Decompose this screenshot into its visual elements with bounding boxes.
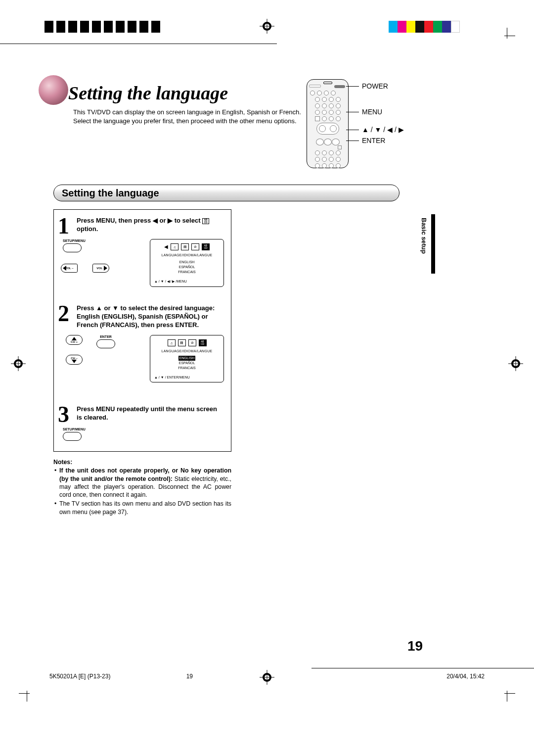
button-label: SETUP/MENU (63, 239, 86, 242)
registration-bw-squares (44, 21, 163, 33)
crop-mark (501, 688, 515, 702)
step-3: 3 Press MENU repeatedly until the menu s… (61, 405, 224, 445)
osd-option: FRANCAIS (178, 366, 195, 370)
osd-tab-icon: ▤ (181, 243, 189, 250)
side-tab-marker (431, 214, 435, 274)
osd-tab-icon: ♫ (168, 339, 176, 346)
step-1: 1 Press MENU, then press ◀ or ▶ to selec… (61, 217, 224, 293)
section-title: Setting the language (62, 188, 159, 199)
button-label: ENTER (96, 335, 115, 338)
footer-mid: 19 (186, 673, 193, 680)
registration-mark-right (508, 356, 523, 373)
note-item: The TV section has its own menu and also… (53, 500, 231, 516)
osd-tab-icon-selected: ABCD (199, 339, 207, 346)
footer-right: 20/4/04, 15:42 (446, 673, 485, 680)
rule (312, 668, 534, 668)
osd-screen: ◀ ♫ ▤ ⊘ ABCD LANGUAGE/IDIOMA/LANGUE ENGL… (150, 239, 224, 286)
step-text: Press MENU repeatedly until the menu scr… (77, 405, 224, 422)
ch-up-icon: CH + (66, 335, 83, 345)
rule (0, 44, 277, 44)
osd-option: FRANCAIS (178, 270, 195, 274)
remote-label-nav: ▲ / ▼ / ◀ / ▶ (362, 126, 404, 134)
osd-option: ESPAÑOL (179, 361, 195, 365)
menu-button-icon (63, 243, 82, 252)
osd-tab-icon: ▤ (178, 339, 186, 346)
remote-label-menu: MENU (362, 108, 382, 116)
vol-plus-icon: VOL + (92, 264, 109, 273)
step-2: 2 Press ▲ or ▼ to select the desired lan… (61, 304, 224, 394)
osd-screen: ♫ ▤ ⊘ ABCD LANGUAGE/IDIOMA/LANGUE ENGLIS… (150, 335, 224, 382)
ch-down-icon: CH – (66, 355, 83, 365)
section-header-bar: Setting the language (53, 185, 400, 201)
note-item: If the unit does not operate properly, o… (53, 467, 231, 499)
osd-tab-icon: ⊘ (188, 339, 196, 346)
osd-tab-icon: ⊘ (191, 243, 199, 250)
osd-subtitle: LANGUAGE/IDIOMA/LANGUE (154, 349, 220, 353)
registration-mark-left (11, 356, 26, 373)
crop-mark (501, 28, 515, 42)
footer-left: 5K50201A [E] (P13-23) (49, 673, 110, 680)
remote-label-enter: ENTER (362, 137, 385, 144)
vol-minus-icon: VOL – (61, 264, 78, 273)
side-tab: Basic setup (420, 218, 428, 254)
registration-mark-top (260, 19, 274, 34)
menu-button-icon (63, 432, 82, 441)
osd-footer: ▲ / ▼ / ENTER/MENU (154, 376, 220, 379)
footer: 5K50201A [E] (P13-23) 19 20/4/04, 15:42 (49, 673, 485, 680)
page-title: Setting the language (68, 79, 424, 104)
osd-option: ENGLISH (179, 260, 195, 264)
osd-tab-icon: ♫ (171, 243, 178, 250)
osd-option-selected: ENGLISH (178, 356, 196, 361)
button-label: SETUP/MENU (63, 427, 86, 431)
language-tab-icon: ABCD (202, 218, 209, 224)
decorative-sphere (39, 75, 68, 105)
page-number: 19 (407, 638, 423, 654)
step-number: 2 (58, 300, 69, 327)
step-text: Press MENU, then press ◀ or ▶ to select … (77, 217, 224, 233)
step-text: Press ▲ or ▼ to select the desired langu… (77, 304, 224, 329)
notes-section: Notes: If the unit does not operate prop… (53, 459, 231, 516)
left-arrow-icon: ◀ (164, 243, 168, 250)
notes-heading: Notes: (53, 459, 231, 466)
osd-footer: ▲ / ▼ / ◀ / ▶ /MENU (154, 280, 220, 284)
step-number: 1 (58, 213, 69, 239)
osd-option: ESPAÑOL (179, 265, 195, 269)
intro-text: This TV/DVD can display the on screen la… (73, 108, 311, 125)
step-number: 3 (58, 401, 69, 427)
osd-subtitle: LANGUAGE/IDIOMA/LANGUE (154, 253, 220, 257)
steps-box: 1 Press MENU, then press ◀ or ▶ to selec… (53, 209, 231, 452)
crop-mark (19, 688, 33, 702)
registration-color-squares (389, 21, 460, 33)
enter-button-icon (96, 339, 115, 348)
osd-tab-icon-selected: ABCD (202, 243, 210, 250)
